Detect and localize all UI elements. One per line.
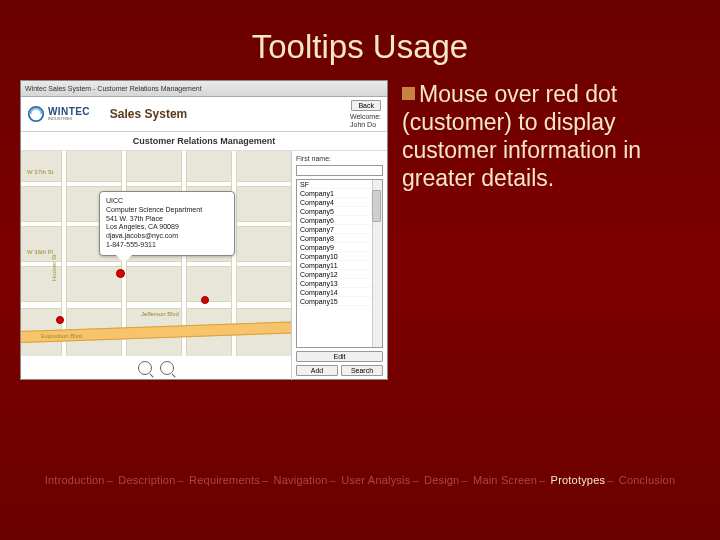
map-zoom-bar [21,356,291,380]
nav-item: Conclusion [619,474,675,486]
zoom-out-icon[interactable] [160,361,174,375]
zoom-in-icon[interactable] [138,361,152,375]
app-body: WINTEC INDUSTRIES Sales System Back Welc… [21,97,387,380]
list-item[interactable]: Company9 [297,243,382,252]
list-item[interactable]: Company7 [297,225,382,234]
list-item[interactable]: Company15 [297,297,382,306]
back-button[interactable]: Back [351,100,381,111]
road-label: Exposition Blvd [41,333,82,339]
edit-button[interactable]: Edit [296,351,383,362]
customer-dot[interactable] [116,269,125,278]
bullet-text: Mouse over red dot (customer) to display… [402,80,700,192]
road-label: W 36th Pl [27,249,53,255]
list-item[interactable]: Company11 [297,261,382,270]
list-item[interactable]: SF [297,180,382,189]
scrollbar[interactable] [372,180,382,347]
road-label: W 37th St [27,169,53,175]
nav-item: Description [118,474,175,486]
footer-nav: Introduction– Description– Requirements–… [0,474,720,486]
app-header: WINTEC INDUSTRIES Sales System Back Welc… [21,97,387,132]
customer-dot[interactable] [56,316,64,324]
add-button[interactable]: Add [296,365,338,376]
first-name-input[interactable] [296,165,383,176]
list-item[interactable]: Company1 [297,189,382,198]
nav-item: User Analysis [341,474,410,486]
side-panel: First name: SF Company1 Company4 Company… [291,151,387,380]
nav-item: Navigation [274,474,328,486]
app-screenshot: Wintec Sales System - Customer Relations… [20,80,388,380]
list-item[interactable]: Company8 [297,234,382,243]
road-label: Jefferson Blvd [141,311,179,317]
nav-item: Main Screen [473,474,537,486]
app-window-title: Wintec Sales System - Customer Relations… [21,81,387,97]
list-item[interactable]: Company14 [297,288,382,297]
customer-dot[interactable] [201,296,209,304]
list-item[interactable]: Company10 [297,252,382,261]
list-item[interactable]: Company12 [297,270,382,279]
logo-text: WINTEC INDUSTRIES [48,107,90,121]
content-row: Wintec Sales System - Customer Relations… [0,66,720,380]
map-panel: W 37th St W 36th Pl Hoover St Jefferson … [21,151,291,380]
welcome-label: Welcome: John Do [350,113,381,128]
search-button[interactable]: Search [341,365,383,376]
nav-item: Design [424,474,459,486]
map[interactable]: W 37th St W 36th Pl Hoover St Jefferson … [21,151,291,356]
swirl-icon [27,105,45,123]
first-name-label: First name: [296,155,383,162]
bullet-square-icon [402,87,415,100]
slide-title: Tooltips Usage [0,0,720,66]
list-item[interactable]: Company13 [297,279,382,288]
company-listbox[interactable]: SF Company1 Company4 Company5 Company6 C… [296,179,383,348]
list-item[interactable]: Company6 [297,216,382,225]
nav-item: Introduction [45,474,105,486]
system-label: Sales System [110,107,187,121]
sub-header: Customer Relations Management [21,132,387,151]
nav-item-active: Prototypes [551,474,606,486]
wintec-logo: WINTEC INDUSTRIES [27,105,90,123]
list-item[interactable]: Company5 [297,207,382,216]
road-label: Hoover St [51,254,57,281]
app-main: W 37th St W 36th Pl Hoover St Jefferson … [21,151,387,380]
customer-tooltip: UICC Computer Science Department 541 W. … [99,191,235,256]
nav-item: Requirements [189,474,260,486]
list-item[interactable]: Company4 [297,198,382,207]
